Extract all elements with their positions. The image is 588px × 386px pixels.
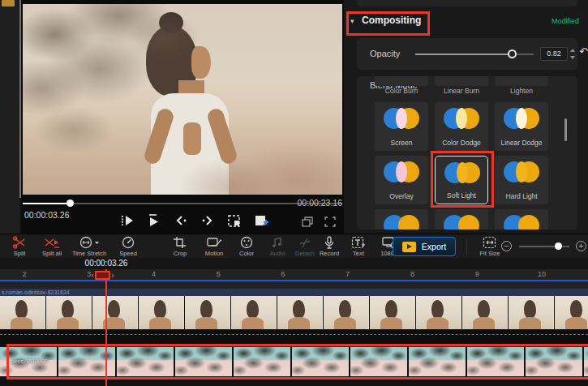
speed-label: Speed <box>119 250 137 257</box>
panel-title: Compositing <box>362 15 421 26</box>
export-icon <box>402 242 416 252</box>
play-button[interactable] <box>145 212 163 229</box>
timeline-bottom-strip <box>0 380 588 386</box>
reset-opacity-icon[interactable]: ↶ <box>579 45 588 58</box>
timeline-ruler[interactable]: 2345678910 <box>0 269 588 289</box>
split-button[interactable]: Split <box>2 236 37 259</box>
video-clip-thumbnail <box>509 296 554 329</box>
blend-label-lighten[interactable]: Lighten <box>495 87 548 95</box>
timeline-zoom-in-icon[interactable]: + <box>576 241 586 251</box>
toolbar: Split Split all Time Stretch Speed Crop … <box>0 234 588 258</box>
timeline-zoom-out-icon[interactable]: − <box>501 241 512 251</box>
color-label: Color <box>239 250 254 257</box>
current-time: 00:00:03.26 <box>24 210 69 220</box>
overlay-clip-thumbnail <box>117 347 174 376</box>
overlay-clip-thumbnail <box>175 347 232 376</box>
overlay-clip-thumbnail <box>292 347 349 376</box>
playhead-right-chevron-icon: › <box>111 270 114 280</box>
blend-tile-label: Color Dodge <box>435 139 488 147</box>
opacity-slider-handle[interactable] <box>508 49 517 58</box>
overlay-clip-thumbnail <box>526 347 582 376</box>
add-to-media-button[interactable] <box>252 212 270 229</box>
blend-label-color-burn[interactable]: Color Burn <box>375 87 428 95</box>
play-from-marker-button[interactable] <box>118 212 136 229</box>
blend-tile-partial[interactable] <box>375 76 428 86</box>
blend-tile-label: Screen <box>375 139 428 147</box>
video-clip-thumbnail <box>0 296 45 329</box>
overlay-clip-thumbnail <box>409 347 466 376</box>
media-panel-edge <box>0 0 19 234</box>
preview-window-controls <box>302 216 344 230</box>
step-back-button[interactable] <box>172 212 190 229</box>
video-track-header[interactable]: s-roman-odintsov-8231634 <box>0 289 588 296</box>
timeline-zoom-handle[interactable] <box>555 242 562 250</box>
video-clip-name: s-roman-odintsov-8231634 <box>2 289 70 296</box>
toolbar-divider <box>466 239 467 255</box>
blend-tile-partial[interactable] <box>495 209 548 229</box>
crop-button[interactable]: Crop <box>162 236 198 259</box>
blend-tile-partial[interactable] <box>495 76 548 86</box>
blend-tile-partial[interactable] <box>375 209 428 229</box>
blend-tile-label: Soft Light <box>436 191 487 199</box>
blend-tile-soft-light-selected[interactable]: Soft Light <box>435 156 488 204</box>
video-clip-thumbnail <box>231 296 277 329</box>
time-stretch-label: Time Stretch <box>72 250 106 257</box>
stepper-up-icon[interactable] <box>570 49 575 52</box>
fullscreen-icon[interactable] <box>324 216 336 230</box>
playback-controls <box>118 209 273 232</box>
modified-badge: Modified <box>530 17 579 25</box>
opacity-card: Opacity 0.82 ↶ <box>357 38 577 70</box>
blend-scrollbar[interactable] <box>564 118 567 141</box>
ruler-number: 8 <box>410 270 414 278</box>
blend-tile-color-dodge[interactable]: Color Dodge <box>435 102 488 151</box>
blend-label-linear-burn[interactable]: Linear Burn <box>435 87 488 95</box>
stepper-down-icon[interactable] <box>570 56 575 59</box>
ruler-number: 4 <box>152 270 156 278</box>
motion-button[interactable]: Motion <box>196 236 232 259</box>
video-clip-thumbnail <box>139 296 184 329</box>
pop-out-player-icon[interactable] <box>302 216 313 230</box>
overlay-clip-thumbnail <box>234 347 290 376</box>
split-all-button[interactable]: Split all <box>34 236 70 259</box>
total-duration: 00:00:23.16 <box>271 198 342 208</box>
timeline-blue-line <box>0 280 588 281</box>
blend-tile-overlay[interactable]: Overlay <box>375 156 428 204</box>
playhead-grip <box>95 271 110 280</box>
video-track-clip[interactable] <box>0 296 588 329</box>
media-thumbnail-icon[interactable] <box>2 0 15 6</box>
speed-button[interactable]: Speed <box>110 236 146 259</box>
opacity-value[interactable]: 0.82 <box>540 47 568 61</box>
blend-tile-label: Hard Light <box>495 192 548 200</box>
ruler-number: 2 <box>22 270 26 278</box>
time-stretch-button[interactable]: Time Stretch <box>67 236 112 259</box>
blend-tile-partial[interactable] <box>435 209 488 229</box>
opacity-slider-track[interactable] <box>415 54 513 55</box>
track-separator <box>0 329 588 344</box>
overlay-track-clip[interactable]: deos-1510090 <box>0 344 588 380</box>
ruler-number: 10 <box>538 270 546 278</box>
step-forward-button[interactable] <box>199 212 217 229</box>
blend-tile-linear-dodge[interactable]: Linear Dodge <box>495 102 548 151</box>
collapse-caret-icon[interactable]: ▾ <box>350 17 354 25</box>
snapshot-button[interactable] <box>225 212 243 229</box>
export-button[interactable]: Export <box>393 237 456 256</box>
record-label: Record <box>320 250 339 257</box>
video-clip-thumbnail <box>92 296 138 329</box>
motion-label: Motion <box>205 250 224 257</box>
overlay-clip-thumbnail <box>584 347 588 376</box>
venn-overlap <box>516 108 527 129</box>
blend-tile-screen[interactable]: Screen <box>375 102 428 151</box>
video-viewport[interactable] <box>23 4 342 195</box>
playhead-handle[interactable]: ‹ › <box>91 270 114 280</box>
playhead-line[interactable] <box>105 269 107 386</box>
opacity-stepper[interactable] <box>569 47 576 61</box>
track-separator-dashes <box>0 334 588 335</box>
blend-tile-hard-light[interactable]: Hard Light <box>495 156 548 204</box>
preview-area: 00:00:03.26 00:00:23.16 <box>21 0 344 234</box>
preview-progress-handle[interactable] <box>67 199 74 207</box>
playhead-timecode: 00:00:03.26 <box>85 259 128 268</box>
blend-tile-partial[interactable] <box>435 76 488 86</box>
overlay-clip-thumbnail <box>350 347 407 376</box>
ruler-number: 6 <box>281 270 285 278</box>
blend-tile-label: Overlay <box>375 192 428 200</box>
